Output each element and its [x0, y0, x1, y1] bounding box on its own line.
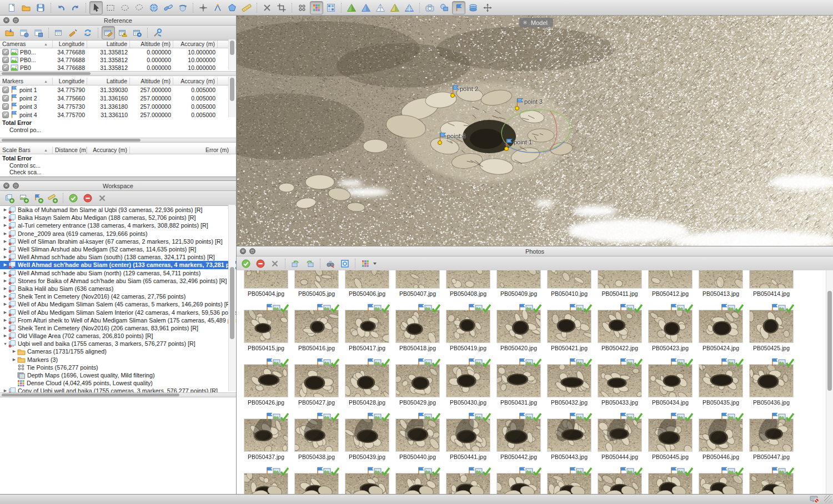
rotate-left-icon[interactable]	[289, 257, 302, 270]
photo-thumbnail[interactable]	[497, 270, 540, 288]
tree-item[interactable]: ▶Cameras (1731/1755 aligned)	[0, 347, 236, 355]
photo-filename[interactable]: PB050434.jpg	[645, 399, 695, 406]
photo-thumbnail[interactable]	[295, 270, 338, 288]
photo-filename[interactable]: PB050444.jpg	[595, 453, 645, 460]
add-scalebar-icon[interactable]	[46, 191, 59, 205]
photo-filename[interactable]: PB050423.jpg	[645, 345, 695, 351]
photo-thumbnail[interactable]	[699, 365, 742, 397]
tree-item[interactable]: ▶Sheik Tent in Cemetery (Nov2016) (42 ca…	[0, 293, 236, 300]
tree-item[interactable]: ▶Drone_2009 area (619 cameras, 129,666 p…	[0, 230, 236, 238]
expand-arrow-icon[interactable]: ▶	[2, 271, 8, 275]
photo-thumbnail[interactable]	[750, 310, 793, 342]
photo-filename[interactable]: PB050416.jpg	[292, 345, 342, 351]
enabled-checkbox[interactable]	[2, 95, 9, 102]
save-project-icon[interactable]	[34, 1, 47, 14]
expand-arrow-icon[interactable]: ▶	[2, 326, 8, 330]
navigation-mode-icon[interactable]	[481, 1, 494, 14]
enabled-checkbox[interactable]	[2, 87, 9, 93]
remove-item-icon[interactable]	[96, 191, 109, 205]
photo-filename[interactable]: PB050441.jpg	[443, 453, 493, 460]
column-header-distance-m-[interactable]: Distance (m)	[53, 147, 87, 154]
photo-filename[interactable]: PB050413.jpg	[696, 290, 746, 297]
workspace-vscrollbar[interactable]	[228, 205, 235, 391]
mesh-shaded-icon[interactable]	[345, 1, 358, 14]
expand-arrow-icon[interactable]: ▶	[2, 255, 8, 259]
mesh-solid-icon[interactable]	[359, 1, 373, 14]
scalebar-group-label[interactable]: Check sca...	[0, 169, 236, 175]
cameras-hscrollbar[interactable]	[0, 71, 236, 76]
enabled-checkbox[interactable]	[2, 64, 9, 71]
photo-thumbnail[interactable]	[345, 270, 389, 288]
marker-row[interactable]: point 334.77573031.336180257.0000000.005…	[0, 102, 236, 110]
photo-thumbnail[interactable]	[295, 310, 338, 342]
photo-filename[interactable]: PB050422.jpg	[595, 345, 645, 351]
expand-arrow-icon[interactable]: ▶	[2, 294, 8, 299]
expand-arrow-icon[interactable]: ▶	[2, 231, 8, 236]
ruler-icon[interactable]	[240, 1, 253, 14]
photo-thumbnail[interactable]	[750, 473, 793, 494]
add-photos-icon[interactable]	[17, 191, 31, 205]
expand-arrow-icon[interactable]: ▶	[2, 389, 8, 392]
tree-item[interactable]: ▶Baika Halil abu Siam (636 cameras)	[0, 285, 236, 293]
photo-filename[interactable]: PB050428.jpg	[342, 399, 392, 406]
photo-thumbnail[interactable]	[497, 365, 540, 397]
photo-thumbnail[interactable]	[750, 270, 793, 288]
photo-thumbnail[interactable]	[345, 365, 389, 397]
photo-thumbnail[interactable]	[244, 365, 288, 397]
photo-filename[interactable]: PB050440.jpg	[393, 453, 443, 460]
photo-filename[interactable]: PB050404.jpg	[241, 290, 291, 297]
photo-thumbnail[interactable]	[396, 419, 439, 451]
column-header-markers[interactable]: Markers▲	[0, 78, 53, 85]
photo-thumbnail[interactable]	[598, 419, 641, 451]
photo-filename[interactable]: PB050438.jpg	[292, 453, 342, 460]
tree-item[interactable]: ▶Sheik Tent in Cemetery (Nov2016) (206 c…	[0, 324, 236, 332]
photo-thumbnail[interactable]	[244, 473, 288, 494]
expand-arrow-icon[interactable]: ▶	[2, 310, 8, 315]
photo-thumbnail[interactable]	[649, 270, 692, 288]
enable-photo-icon[interactable]	[239, 257, 253, 270]
tree-item[interactable]: ▼Uqbi well and baika (1755 cameras, 3 ma…	[0, 340, 236, 347]
draw-polygon-icon[interactable]	[225, 1, 239, 14]
photo-filename[interactable]: PB050419.jpg	[443, 345, 493, 351]
enabled-checkbox[interactable]	[2, 49, 9, 56]
photo-thumbnail[interactable]	[750, 419, 793, 451]
photo-filename[interactable]: PB050429.jpg	[393, 399, 443, 406]
cameras-vscrollbar[interactable]	[228, 39, 235, 70]
tree-item[interactable]: ▶Well of Sliman Ibrahim al-ksayer (67 ca…	[0, 238, 236, 245]
photo-thumbnail[interactable]	[699, 419, 742, 451]
expand-arrow-icon[interactable]: ▶	[2, 223, 8, 228]
photo-filename[interactable]: PB050421.jpg	[544, 345, 594, 351]
photo-filename[interactable]: PB050408.jpg	[443, 290, 493, 297]
photo-thumbnail[interactable]	[649, 365, 692, 397]
photo-filename[interactable]: PB050436.jpg	[746, 399, 796, 406]
tree-item[interactable]: ▶Baika of Muhamad Ibn Slame al Uqbi (93 …	[0, 206, 236, 214]
photo-thumbnail[interactable]	[649, 310, 692, 342]
undo-icon[interactable]	[54, 1, 68, 14]
add-marker-icon[interactable]	[32, 191, 45, 205]
filter-photos-icon[interactable]	[324, 257, 337, 270]
photos-vscrollbar[interactable]	[826, 270, 833, 494]
remove-photo-icon[interactable]	[268, 257, 282, 270]
rotate-view-icon[interactable]	[162, 1, 175, 14]
redo-icon[interactable]	[69, 1, 82, 14]
reference-settings-icon[interactable]	[151, 26, 164, 39]
thumbnail-menu-icon[interactable]	[359, 257, 372, 270]
photo-filename[interactable]: PB050415.jpg	[241, 345, 291, 351]
photo-thumbnail[interactable]	[750, 365, 793, 397]
tree-item[interactable]: ▶From Alturi sheik to Well of Abu Mediga…	[0, 316, 236, 324]
show-layers-icon[interactable]	[466, 1, 480, 14]
tab-model[interactable]: Model	[519, 18, 553, 27]
select-freeform-icon[interactable]	[133, 1, 146, 14]
camera-row[interactable]: PB034.77668831.3358120.00000010.000000	[0, 64, 236, 71]
expand-arrow-icon[interactable]: ▶	[2, 263, 8, 267]
photo-thumbnail[interactable]	[345, 419, 389, 451]
show-shapes-icon[interactable]	[438, 1, 451, 14]
column-header-altitude-m-[interactable]: Altitude (m)	[130, 78, 173, 85]
tree-item[interactable]: Dense Cloud (4,042,495 points, Lowest qu…	[0, 379, 236, 387]
show-dense-cloud-icon[interactable]	[310, 1, 323, 14]
markers-hscrollbar[interactable]	[0, 138, 236, 143]
photo-thumbnail[interactable]	[497, 419, 540, 451]
photo-filename[interactable]: PB050446.jpg	[696, 453, 746, 460]
navigation-sphere-icon[interactable]	[147, 1, 160, 14]
expand-arrow-icon[interactable]: ▶	[2, 208, 8, 212]
